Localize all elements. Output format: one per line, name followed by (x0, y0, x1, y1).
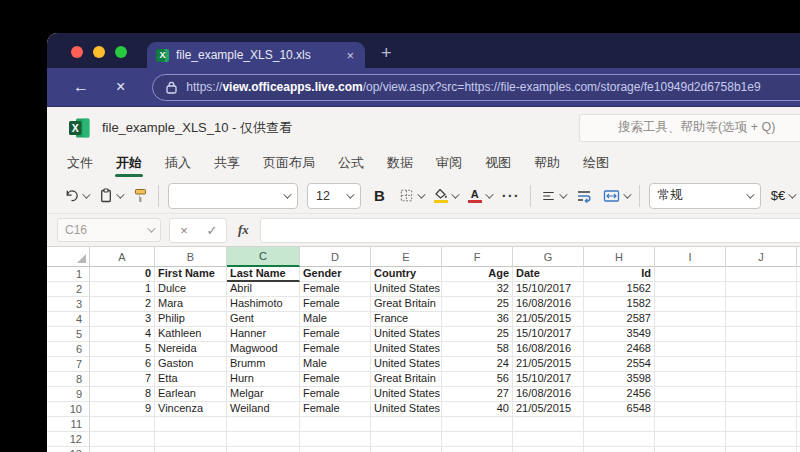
cell-F10[interactable]: 40 (442, 402, 513, 417)
window-close-button[interactable] (71, 46, 83, 58)
cell-B12[interactable] (155, 432, 227, 447)
cell-B7[interactable]: Gaston (155, 357, 227, 372)
menu-tab-页面布局[interactable]: 页面布局 (261, 149, 317, 177)
cell-A2[interactable]: 1 (90, 282, 155, 297)
cell-H2[interactable]: 1562 (584, 282, 655, 297)
menu-tab-绘图[interactable]: 绘图 (581, 149, 611, 177)
cell-F3[interactable]: 25 (442, 297, 513, 312)
borders-button[interactable] (398, 186, 424, 205)
search-input[interactable]: 搜索工具、帮助等(选项 + Q) (579, 114, 800, 142)
column-header-E[interactable]: E (371, 247, 442, 267)
site-info-lock-icon[interactable] (166, 81, 177, 94)
new-tab-button[interactable]: + (381, 44, 392, 62)
cell-D6[interactable]: Female (300, 342, 371, 357)
cell-B2[interactable]: Dulce (155, 282, 227, 297)
cell-I1[interactable] (655, 267, 726, 282)
column-header-F[interactable]: F (442, 247, 513, 267)
cell-I5[interactable] (655, 327, 726, 342)
window-minimize-button[interactable] (93, 46, 105, 58)
column-header-C[interactable]: C (227, 247, 300, 267)
paste-dropdown-icon[interactable] (116, 190, 124, 198)
formula-input[interactable] (260, 218, 800, 243)
cell-D2[interactable]: Female (300, 282, 371, 297)
cell-C1[interactable]: Last Name (227, 267, 300, 282)
cell-H6[interactable]: 2468 (584, 342, 655, 357)
cell-G3[interactable]: 16/08/2016 (513, 297, 584, 312)
column-header-G[interactable]: G (513, 247, 584, 267)
cell-D1[interactable]: Gender (300, 267, 371, 282)
cell-E8[interactable]: Great Britain (371, 372, 442, 387)
cell-B11[interactable] (155, 417, 227, 432)
cell-B9[interactable]: Earlean (155, 387, 227, 402)
cell-J3[interactable] (726, 297, 797, 312)
cell-J9[interactable] (726, 387, 797, 402)
cell-E7[interactable]: United States (371, 357, 442, 372)
font-name-select[interactable] (168, 183, 298, 209)
cell-G7[interactable]: 21/05/2015 (513, 357, 584, 372)
cell-D12[interactable] (300, 432, 371, 447)
cell-J2[interactable] (726, 282, 797, 297)
cell-A9[interactable]: 8 (90, 387, 155, 402)
row-header-8[interactable]: 8 (47, 372, 90, 387)
back-icon[interactable]: ← (73, 79, 89, 95)
cell-I13[interactable] (655, 447, 726, 452)
cell-B4[interactable]: Philip (155, 312, 227, 327)
cell-H3[interactable]: 1582 (584, 297, 655, 312)
row-header-6[interactable]: 6 (47, 342, 90, 357)
tab-close-icon[interactable]: × (344, 48, 356, 63)
cell-A3[interactable]: 2 (90, 297, 155, 312)
cell-J7[interactable] (726, 357, 797, 372)
cell-B13[interactable] (155, 447, 227, 452)
column-header-H[interactable]: H (584, 247, 655, 267)
font-size-select[interactable]: 12 (307, 183, 361, 209)
cell-C13[interactable] (227, 447, 300, 452)
cell-J1[interactable] (726, 267, 797, 282)
cell-G6[interactable]: 16/08/2016 (513, 342, 584, 357)
cell-C5[interactable]: Hanner (227, 327, 300, 342)
cell-C7[interactable]: Brumm (227, 357, 300, 372)
cell-A13[interactable] (90, 447, 155, 452)
menu-tab-审阅[interactable]: 审阅 (434, 149, 464, 177)
cell-D3[interactable]: Female (300, 297, 371, 312)
cell-E13[interactable] (371, 447, 442, 452)
cell-A7[interactable]: 6 (90, 357, 155, 372)
cell-J6[interactable] (726, 342, 797, 357)
cell-D4[interactable]: Male (300, 312, 371, 327)
align-button[interactable] (540, 187, 566, 205)
fill-color-button[interactable] (433, 187, 458, 205)
cell-I10[interactable] (655, 402, 726, 417)
cell-F2[interactable]: 32 (442, 282, 513, 297)
row-header-10[interactable]: 10 (47, 402, 90, 417)
merge-dropdown-icon[interactable] (623, 190, 631, 198)
cell-H11[interactable] (584, 417, 655, 432)
cell-E11[interactable] (371, 417, 442, 432)
cell-G2[interactable]: 15/10/2017 (513, 282, 584, 297)
address-bar[interactable]: https://view.officeapps.live.com/op/view… (152, 74, 800, 101)
cell-H4[interactable]: 2587 (584, 312, 655, 327)
cell-E6[interactable]: United States (371, 342, 442, 357)
cell-D11[interactable] (300, 417, 371, 432)
cell-F13[interactable] (442, 447, 513, 452)
cell-H13[interactable] (584, 447, 655, 452)
currency-format-button[interactable]: $€ (770, 186, 795, 205)
cell-F5[interactable]: 25 (442, 327, 513, 342)
cell-J8[interactable] (726, 372, 797, 387)
cell-H8[interactable]: 3598 (584, 372, 655, 387)
confirm-icon[interactable]: ✓ (198, 223, 226, 238)
row-header-4[interactable]: 4 (47, 312, 90, 327)
stop-icon[interactable]: × (116, 79, 125, 95)
cell-E2[interactable]: United States (371, 282, 442, 297)
cell-I4[interactable] (655, 312, 726, 327)
menu-tab-公式[interactable]: 公式 (336, 149, 366, 177)
cell-E1[interactable]: Country (371, 267, 442, 282)
menu-tab-帮助[interactable]: 帮助 (532, 149, 562, 177)
cell-B8[interactable]: Etta (155, 372, 227, 387)
cell-I11[interactable] (655, 417, 726, 432)
cell-F11[interactable] (442, 417, 513, 432)
undo-button[interactable] (63, 186, 89, 205)
column-header-A[interactable]: A (90, 247, 155, 267)
cell-A12[interactable] (90, 432, 155, 447)
cell-G4[interactable]: 21/05/2015 (513, 312, 584, 327)
cell-G9[interactable]: 16/08/2016 (513, 387, 584, 402)
chevron-down-icon[interactable] (746, 190, 754, 198)
